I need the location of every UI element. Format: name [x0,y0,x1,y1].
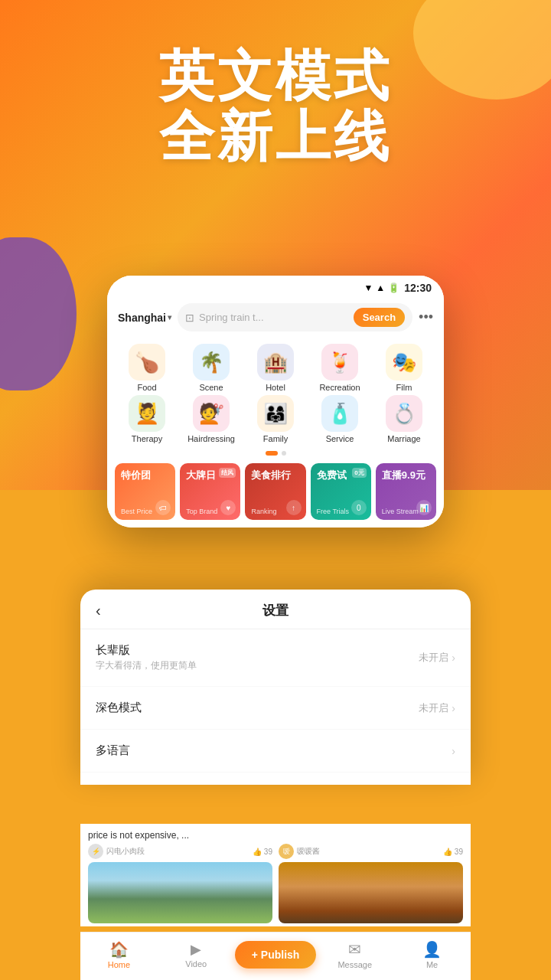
dot-2 [282,451,286,456]
feed-item-2-avatar: 嗳 [279,844,294,859]
promo-live-stream-cn: 直播9.9元 [382,469,425,482]
nav-me[interactable]: 👤 Me [393,940,471,969]
settings-language-right: › [452,745,455,757]
promo-free-trials[interactable]: 免费试 0元 Free Trials 0 [311,463,371,520]
feed-item-1-text: price is not expensive, ... [88,830,272,841]
nav-message-label: Message [337,960,372,969]
feed-item-2-username: 嗳嗳酱 [297,846,440,857]
settings-elder-mode-status: 未开启 [419,651,448,665]
promo-top-brand[interactable]: 结风 大牌日 Top Brand ♥ [180,463,240,520]
wifi-icon: ▼ [364,283,373,293]
message-icon: ✉ [348,940,361,959]
category-family[interactable]: 👨‍👩‍👧 Family [248,395,303,443]
status-icons: ▼ ▲ 🔋 [364,283,399,293]
search-box[interactable]: ⊡ Spring train t... Search [178,303,412,332]
hero-line2: 全新上线 [159,106,392,167]
food-label: Food [137,383,156,392]
category-therapy[interactable]: 💆 Therapy [119,395,174,443]
settings-elder-mode-left: 长辈版 字大看得清，使用更简单 [96,643,419,672]
feed-item-2[interactable]: 嗳 嗳嗳酱 👍 39 [279,830,463,923]
nav-video[interactable]: ▶ Video [158,941,235,969]
film-icon: 🎭 [386,344,422,381]
promo-ranking-icon: ↑ [286,500,302,515]
feed-item-1-meta: ⚡ 闪电小肉段 👍 39 [88,844,272,859]
promo-top-brand-en: Top Brand [186,508,217,515]
location-text: Shanghai [118,312,166,324]
settings-card: ‹ 设置 长辈版 字大看得清，使用更简单 未开启 › 深色模式 未开启 › 多语… [80,590,471,785]
promo-ranking-en: Ranking [251,508,276,515]
settings-title: 设置 [96,602,455,619]
location-button[interactable]: Shanghai ▾ [118,312,171,324]
nav-publish[interactable]: + Publish [235,941,317,969]
dot-1 [266,451,278,456]
battery-icon: 🔋 [388,283,399,293]
category-service[interactable]: 🧴 Service [312,395,367,443]
settings-dark-mode[interactable]: 深色模式 未开启 › [80,687,471,730]
hero-section: 英文模式 全新上线 [0,46,551,167]
settings-elder-mode-sub: 字大看得清，使用更简单 [96,659,419,672]
promo-live-stream[interactable]: 直播9.9元 Live Stream 📊 [376,463,436,520]
family-icon: 👨‍👩‍👧 [257,395,294,432]
feed-item-1-image [88,862,272,923]
marriage-label: Marriage [387,434,420,443]
settings-header: ‹ 设置 [80,590,471,629]
recreation-icon: 🍹 [321,344,358,381]
search-button[interactable]: Search [354,308,405,327]
feed-item-2-image [279,862,463,923]
category-hairdressing[interactable]: 💇 Hairdressing [184,395,239,443]
settings-language-chevron: › [452,745,455,757]
promo-top-brand-icon: ♥ [220,500,236,515]
scene-label: Scene [199,383,223,392]
more-button[interactable]: ••• [419,309,433,325]
home-icon: 🏠 [109,940,129,959]
settings-back-button[interactable]: ‹ [96,602,101,619]
service-icon: 🧴 [321,395,358,432]
publish-button[interactable]: + Publish [235,941,317,969]
settings-language[interactable]: 多语言 › [80,730,471,773]
feed-item-2-text [279,830,463,841]
scan-icon: ⊡ [185,312,194,324]
video-icon: ▶ [191,941,201,958]
signal-icon: ▲ [376,283,385,293]
food-icon: 🍗 [129,344,165,381]
therapy-label: Therapy [132,434,162,443]
therapy-icon: 💆 [129,395,165,432]
feed-item-2-likes: 👍 39 [443,848,463,856]
location-chevron: ▾ [168,313,171,322]
promo-free-trials-icon: 0 [351,500,367,515]
bottom-navigation: 🏠 Home ▶ Video + Publish ✉ Message 👤 Me [80,932,471,980]
category-scene[interactable]: 🌴 Scene [184,344,239,392]
scene-icon: 🌴 [193,344,230,381]
category-row-1: 🍗 Food 🌴 Scene 🏨 Hotel 🍹 Recreation 🎭 F [115,344,436,392]
nav-message[interactable]: ✉ Message [316,940,393,969]
hero-line1: 英文模式 [159,45,392,106]
category-recreation[interactable]: 🍹 Recreation [312,344,367,392]
settings-language-main: 多语言 [96,743,452,758]
settings-elder-mode[interactable]: 长辈版 字大看得清，使用更简单 未开启 › [80,629,471,687]
category-marriage[interactable]: 💍 Marriage [377,395,432,443]
nav-me-label: Me [426,960,438,969]
category-row-2: 💆 Therapy 💇 Hairdressing 👨‍👩‍👧 Family 🧴 … [115,395,436,443]
publish-plus-icon: + [252,949,258,961]
status-time: 12:30 [404,282,432,294]
hairdressing-icon: 💇 [193,395,230,432]
feed-item-1[interactable]: price is not expensive, ... ⚡ 闪电小肉段 👍 39 [88,830,272,923]
phone-mockup: ▼ ▲ 🔋 12:30 Shanghai ▾ ⊡ Spring train t.… [107,276,444,528]
settings-elder-mode-main: 长辈版 [96,643,419,658]
promo-ranking[interactable]: 美食排行 Ranking ↑ [245,463,305,520]
hotel-label: Hotel [266,383,285,392]
promo-free-trials-badge: 0元 [352,468,366,478]
promo-best-price-cn: 特价团 [121,469,151,482]
settings-elder-mode-right: 未开启 › [419,651,455,665]
promo-free-trials-cn: 免费试 [317,469,347,482]
category-food[interactable]: 🍗 Food [119,344,174,392]
nav-home-label: Home [108,960,130,969]
settings-language-left: 多语言 [96,743,452,758]
nav-home[interactable]: 🏠 Home [80,940,158,969]
settings-dark-mode-chevron: › [452,702,455,714]
feed-item-1-likes: 👍 39 [253,848,272,856]
category-film[interactable]: 🎭 Film [377,344,432,392]
category-hotel[interactable]: 🏨 Hotel [248,344,303,392]
nav-video-label: Video [185,959,207,969]
promo-best-price[interactable]: 特价团 Best Price 🏷 [115,463,175,520]
